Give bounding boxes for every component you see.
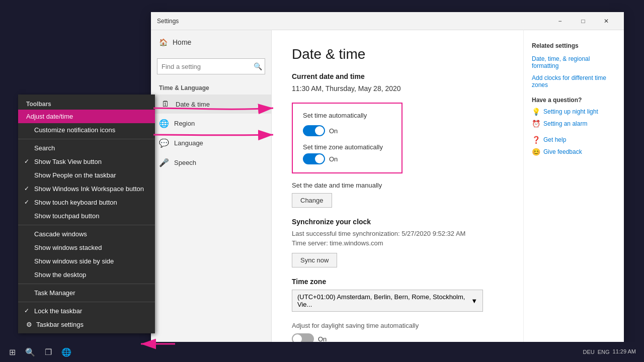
sidebar-section-label: Time & Language: [151, 78, 271, 95]
taskbar-tray: DEU ENG 11:29 AM: [583, 348, 640, 355]
timezone-section: Time zone (UTC+01:00) Amsterdam, Berlin,…: [292, 278, 503, 312]
context-menu-lock-taskbar[interactable]: Lock the taskbar: [18, 304, 155, 318]
search-icon: 🔍: [254, 62, 262, 70]
tray-lang-icon: ENG: [598, 349, 610, 355]
time-server: Time server: time.windows.com: [292, 239, 503, 247]
titlebar-controls: − □ ✕: [548, 12, 618, 30]
context-menu-ink-workspace[interactable]: Show Windows Ink Workspace button: [18, 182, 155, 196]
feedback-link[interactable]: Give feedback: [543, 148, 582, 155]
set-timezone-auto-row: Set time zone automatically: [303, 142, 391, 151]
set-time-toggle[interactable]: [303, 125, 325, 136]
set-time-toggle-label: On: [329, 127, 338, 135]
current-date-title: Current date and time: [292, 72, 503, 80]
taskbar-start-icon[interactable]: ⊞: [4, 344, 20, 360]
get-help-icon: ❓: [532, 136, 540, 144]
context-menu-task-manager[interactable]: Task Manager: [18, 286, 155, 300]
divider-1: [18, 139, 155, 139]
home-icon: 🏠: [159, 38, 168, 46]
close-button[interactable]: ✕: [595, 12, 618, 30]
set-time-auto-row: Set time automatically: [303, 112, 391, 119]
timezone-chevron-icon: ▼: [471, 297, 477, 305]
calendar-icon: 🗓: [160, 100, 171, 109]
nav-label-date-time: Date & time: [176, 101, 210, 108]
nav-label-region: Region: [174, 120, 195, 127]
context-menu-customize-notifications[interactable]: Customize notification icons: [18, 123, 155, 137]
context-menu-stacked[interactable]: Show windows stacked: [18, 241, 155, 254]
taskbar-context-menu[interactable]: Toolbars Adjust date/time Customize noti…: [18, 95, 155, 333]
sidebar-search-box: 🔍: [157, 58, 265, 74]
get-help-link[interactable]: Get help: [543, 136, 566, 143]
alarm-link[interactable]: Setting an alarm: [543, 120, 587, 127]
maximize-button[interactable]: □: [572, 12, 595, 30]
taskbar-task-view-icon[interactable]: ❐: [40, 344, 56, 360]
nav-label-speech: Speech: [174, 159, 196, 166]
taskbar-clock[interactable]: 11:29 AM: [613, 348, 640, 355]
search-input[interactable]: [157, 58, 265, 74]
minimize-button[interactable]: −: [548, 12, 572, 30]
page-title: Date & time: [292, 46, 503, 62]
related-title: Related settings: [532, 42, 616, 49]
daylight-toggle-row: On: [292, 333, 503, 342]
manual-section: Set the date and time manually Change: [292, 182, 503, 208]
night-light-icon: 💡: [532, 108, 540, 116]
timezone-dropdown[interactable]: (UTC+01:00) Amsterdam, Berlin, Bern, Rom…: [292, 290, 483, 312]
context-menu-taskbar-settings[interactable]: ⚙ Taskbar settings: [18, 318, 155, 331]
divider-4: [18, 302, 155, 302]
related-settings-panel: Related settings Date, time, & regional …: [523, 30, 624, 342]
settings-body: 🏠 Home 🔍 Time & Language 🗓 Date & time 🌐…: [151, 30, 624, 342]
daylight-label: Adjust for daylight saving time automati…: [292, 322, 503, 329]
set-time-auto-label: Set time automatically: [303, 112, 367, 119]
daylight-toggle[interactable]: [292, 333, 314, 342]
context-menu-show-desktop[interactable]: Show the desktop: [18, 268, 155, 282]
current-time: 11:30 AM, Thursday, May 28, 2020: [292, 84, 503, 93]
context-menu-touchpad[interactable]: Show touchpad button: [18, 209, 155, 223]
settings-title: Settings: [157, 18, 548, 25]
context-menu-side-by-side[interactable]: Show windows side by side: [18, 254, 155, 268]
sidebar-item-speech[interactable]: 🎤 Speech: [151, 153, 271, 172]
auto-settings-box: Set time automatically On Set time zone …: [292, 103, 403, 173]
timezone-title: Time zone: [292, 278, 503, 286]
related-link-formatting[interactable]: Date, time, & regional formatting: [532, 55, 616, 69]
context-menu-adjust-datetime[interactable]: Adjust date/time: [18, 110, 155, 123]
get-help-row: ❓ Get help: [532, 136, 616, 144]
region-icon: 🌐: [159, 119, 169, 128]
alarm-row: ⏰ Setting an alarm: [532, 120, 616, 128]
settings-titlebar: Settings − □ ✕: [151, 12, 624, 30]
daylight-toggle-label: On: [318, 335, 327, 342]
sidebar-item-region[interactable]: 🌐 Region: [151, 114, 271, 133]
alarm-icon: ⏰: [532, 120, 540, 128]
set-timezone-toggle-label: On: [329, 155, 338, 163]
context-menu-task-view[interactable]: Show Task View button: [18, 155, 155, 168]
feedback-row: 😊 Give feedback: [532, 148, 616, 156]
settings-main: Date & time Current date and time 11:30 …: [272, 30, 523, 342]
taskbar: ⊞ 🔍 ❐ 🌐 DEU ENG 11:29 AM: [0, 342, 644, 362]
context-menu-section-header: Toolbars: [18, 97, 155, 110]
context-menu-touch-keyboard[interactable]: Show touch keyboard button: [18, 196, 155, 209]
sync-title: Synchronize your clock: [292, 218, 503, 226]
sidebar-home[interactable]: 🏠 Home: [151, 30, 271, 54]
set-timezone-auto-label: Set time zone automatically: [303, 143, 383, 151]
language-icon: 💬: [159, 138, 169, 148]
context-menu-search[interactable]: Search: [18, 141, 155, 155]
home-label: Home: [173, 38, 191, 46]
taskbar-time: 11:29 AM: [613, 348, 636, 355]
set-time-toggle-row: On: [303, 125, 391, 136]
sync-now-button[interactable]: Sync now: [292, 253, 337, 267]
speech-icon: 🎤: [159, 158, 169, 167]
set-timezone-toggle[interactable]: [303, 153, 325, 164]
taskbar-search-icon[interactable]: 🔍: [22, 344, 38, 360]
sync-section: Synchronize your clock Last successful t…: [292, 218, 503, 267]
divider-2: [18, 225, 155, 225]
night-light-link[interactable]: Setting up night light: [543, 108, 598, 115]
context-menu-cascade[interactable]: Cascade windows: [18, 227, 155, 241]
sidebar-item-language[interactable]: 💬 Language: [151, 133, 271, 153]
settings-sidebar: 🏠 Home 🔍 Time & Language 🗓 Date & time 🌐…: [151, 30, 272, 342]
change-button[interactable]: Change: [292, 193, 332, 208]
daylight-section: Adjust for daylight saving time automati…: [292, 322, 503, 342]
taskbar-edge-icon[interactable]: 🌐: [58, 344, 74, 360]
sidebar-item-date-time[interactable]: 🗓 Date & time: [151, 95, 271, 114]
context-menu-show-people[interactable]: Show People on the taskbar: [18, 168, 155, 182]
sync-info: Last successful time synchronization: 5/…: [292, 230, 503, 237]
timezone-value: (UTC+01:00) Amsterdam, Berlin, Bern, Rom…: [297, 293, 471, 308]
related-link-clocks[interactable]: Add clocks for different time zones: [532, 74, 616, 88]
